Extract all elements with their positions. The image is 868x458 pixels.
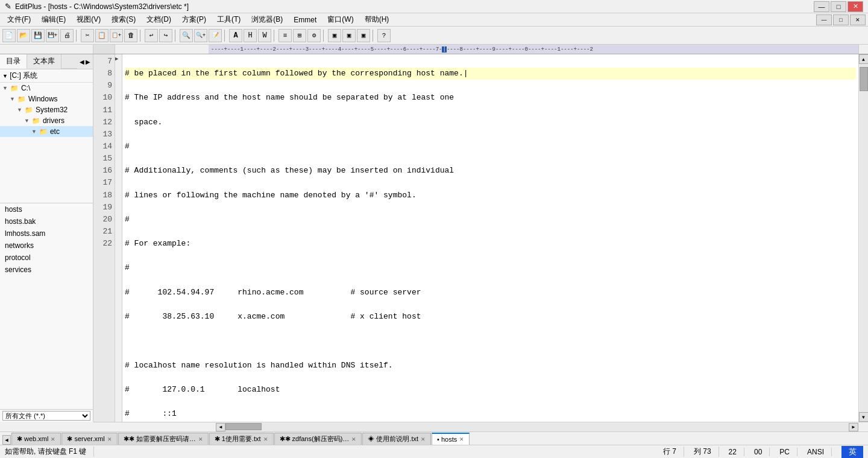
tb-settings[interactable]: ⚙ <box>307 29 321 42</box>
tb-paste[interactable]: 📋+ <box>110 29 123 42</box>
tab-textlib[interactable]: 文本库 <box>27 54 61 69</box>
code-line-17: # 38.25.63.10 x.acme.com # x client host <box>125 311 856 323</box>
tb-H[interactable]: H <box>244 29 257 42</box>
panel-arrow-right[interactable]: ▶ <box>86 59 90 65</box>
menu-edit[interactable]: 编辑(E) <box>37 13 71 26</box>
code-line-14: # For example: <box>125 238 856 250</box>
menu-scheme[interactable]: 方案(P) <box>177 13 211 26</box>
tb-new[interactable]: 📄 <box>2 29 16 42</box>
tab-close-icon[interactable]: ✕ <box>51 436 55 442</box>
scroll-down-button[interactable]: ▼ <box>859 412 869 422</box>
tab-close-icon[interactable]: ✕ <box>198 436 203 442</box>
tab-label: ✱ web.xml <box>17 435 48 443</box>
file-protocol[interactable]: protocol <box>0 252 93 264</box>
tb-box3[interactable]: ▣ <box>357 29 370 42</box>
tb-delete[interactable]: 🗑 <box>124 29 137 42</box>
ime-indicator[interactable]: 英 <box>841 446 863 458</box>
menu-minimize-button[interactable]: — <box>816 14 832 25</box>
tb-saveall[interactable]: 💾+ <box>46 29 59 42</box>
file-networks[interactable]: networks <box>0 240 93 252</box>
toolbar-sep-3 <box>175 30 177 42</box>
filter-select[interactable]: 所有文件 (*.*) <box>2 411 90 421</box>
tb-goto[interactable]: 📝 <box>209 29 222 42</box>
tab-unzip-info[interactable]: ✱✱ 如需要解压密码请… ✕ <box>118 433 209 445</box>
toolbar-sep-5 <box>274 30 276 42</box>
menu-search[interactable]: 搜索(S) <box>107 13 140 26</box>
tb-save[interactable]: 💾 <box>31 29 45 42</box>
scroll-thumb[interactable] <box>860 67 868 91</box>
scroll-up-button[interactable]: ▲ <box>859 54 869 64</box>
file-services[interactable]: services <box>0 264 93 276</box>
menu-help[interactable]: 帮助(H) <box>360 13 394 26</box>
menu-close-button[interactable]: ✕ <box>850 14 866 25</box>
toolbar-sep-2 <box>140 30 142 42</box>
vertical-scrollbar[interactable]: ▲ ▼ <box>858 54 868 422</box>
file-hosts-bak[interactable]: hosts.bak <box>0 215 93 227</box>
menu-tools[interactable]: 工具(T) <box>212 13 245 26</box>
tb-help[interactable]: ? <box>377 29 391 42</box>
tab-close-icon[interactable]: ✕ <box>351 436 356 442</box>
hscroll-left-button[interactable]: ◀ <box>216 423 225 431</box>
close-button[interactable]: ✕ <box>848 1 863 12</box>
file-lmhosts[interactable]: lmhosts.sam <box>0 227 93 240</box>
tb-cut[interactable]: ✂ <box>81 29 94 42</box>
tb-list[interactable]: ≡ <box>278 29 292 42</box>
tb-redo[interactable]: ↪ <box>159 29 172 42</box>
horizontal-scrollbar[interactable]: ◀ ▶ <box>93 422 868 431</box>
tree-item-windows[interactable]: ▼ 📁 Windows <box>0 94 93 104</box>
tree-item-system32[interactable]: ▼ 📁 System32 <box>0 104 93 115</box>
tab-close-icon[interactable]: ✕ <box>107 436 112 442</box>
tab-close-icon[interactable]: ✕ <box>459 436 464 442</box>
tab-hosts[interactable]: • hosts ✕ <box>432 433 470 445</box>
tab-close-icon[interactable]: ✕ <box>263 436 268 442</box>
tab-label: ✱✱ zdfans(解压密码)… <box>280 434 350 444</box>
menu-window[interactable]: 窗口(W) <box>322 13 358 26</box>
folder-icon: 📁 <box>17 95 26 103</box>
menu-file[interactable]: 文件(F) <box>2 13 36 26</box>
tb-replace[interactable]: 🔍+ <box>194 29 207 42</box>
tb-print[interactable]: 🖨 <box>60 29 74 42</box>
tb-box2[interactable]: ▣ <box>342 29 356 42</box>
tab-web-xml[interactable]: ✱ web.xml ✕ <box>11 433 61 445</box>
ime-label: 英 <box>849 447 857 457</box>
tab-directory[interactable]: 目录 <box>0 54 27 69</box>
status-row: 行 7 <box>663 447 684 457</box>
hscroll-thumb[interactable] <box>225 423 262 430</box>
tb-W[interactable]: W <box>258 29 271 42</box>
arrow-icon: ▼ <box>10 96 15 102</box>
tree-item-drivers[interactable]: ▼ 📁 drivers <box>0 115 93 126</box>
hscroll-track[interactable] <box>225 423 849 431</box>
hscroll-right-button[interactable]: ▶ <box>849 423 858 431</box>
tb-find[interactable]: 🔍 <box>180 29 193 42</box>
tab-close-icon[interactable]: ✕ <box>421 436 426 442</box>
code-editor[interactable]: # be placed in the first column followed… <box>122 54 858 422</box>
menu-view[interactable]: 视图(V) <box>72 13 105 26</box>
tb-box1[interactable]: ▣ <box>328 29 341 42</box>
file-hosts[interactable]: hosts <box>0 203 93 215</box>
toolbar-sep-7 <box>373 30 375 42</box>
panel-arrow-left[interactable]: ◀ <box>80 59 84 65</box>
tab-readme-txt[interactable]: ◈ 使用前说明.txt ✕ <box>362 433 431 445</box>
app-title: EditPlus - [hosts - C:\Windows\System32\… <box>15 2 189 11</box>
tab-scroll-left[interactable]: ◀ <box>2 435 11 445</box>
tb-A[interactable]: A <box>229 29 242 42</box>
tree-item-c[interactable]: ▼ 📁 C:\ <box>0 83 93 94</box>
menu-restore-button[interactable]: □ <box>833 14 849 25</box>
tb-grid[interactable]: ⊞ <box>293 29 306 42</box>
tree-expand-icon[interactable]: ▼ <box>2 73 8 79</box>
minimize-button[interactable]: — <box>814 1 829 12</box>
maximize-button[interactable]: □ <box>831 1 846 12</box>
tb-copy[interactable]: 📋 <box>95 29 108 42</box>
menu-document[interactable]: 文档(D) <box>142 13 176 26</box>
menu-emmet[interactable]: Emmet <box>289 14 321 25</box>
scroll-track[interactable] <box>860 64 868 412</box>
tree-item-etc[interactable]: ▼ 📁 etc <box>0 126 93 137</box>
arrow-icon: ▼ <box>31 129 37 135</box>
tab-usage-txt[interactable]: ✱ 1使用需要.txt ✕ <box>209 433 274 445</box>
tab-zdfans[interactable]: ✱✱ zdfans(解压密码)… ✕ <box>274 433 362 445</box>
tab-label: ✱ server.xml <box>67 435 104 443</box>
tb-undo[interactable]: ↩ <box>145 29 158 42</box>
tb-open[interactable]: 📂 <box>17 29 30 42</box>
tab-server-xml[interactable]: ✱ server.xml ✕ <box>61 433 117 445</box>
menu-browser[interactable]: 浏览器(B) <box>247 13 288 26</box>
